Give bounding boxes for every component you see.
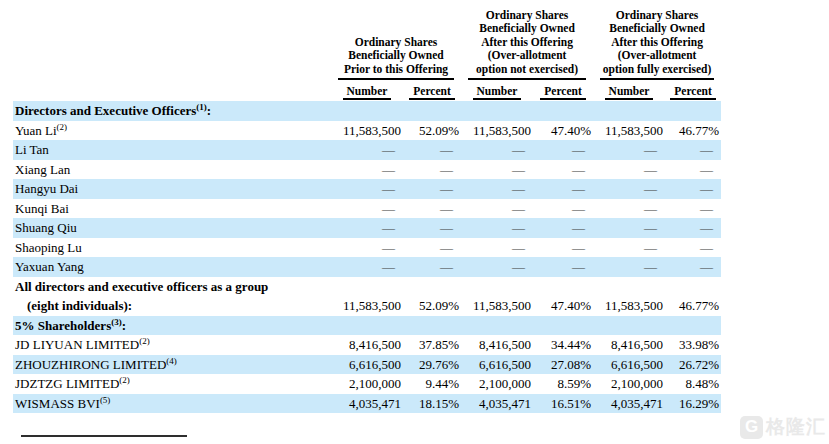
cell-value: — xyxy=(593,218,665,238)
table-row: Kunqi Bai—————— xyxy=(13,199,721,219)
table-row: Yuan Li(2)11,583,50052.09%11,583,50047.4… xyxy=(13,121,721,141)
cell-value: — xyxy=(533,218,593,238)
cell-value: 11,583,500 xyxy=(593,277,665,316)
column-subheader: Percent xyxy=(403,80,461,101)
cell-value: — xyxy=(403,179,461,199)
cell-value: — xyxy=(593,238,665,258)
table-row: ZHOUZHIRONG LIMITED(4)6,616,50029.76%6,6… xyxy=(13,355,721,375)
table-row: Shaoping Lu—————— xyxy=(13,238,721,258)
cell-value: — xyxy=(331,199,403,219)
column-subheader-label: Percent xyxy=(670,85,715,100)
cell-value: 16.51% xyxy=(533,394,593,414)
cell-value: — xyxy=(665,140,721,160)
cell-value: 11,583,500 xyxy=(331,277,403,316)
table-row: WISMASS BVI(5)4,035,47118.15%4,035,47116… xyxy=(13,394,721,414)
cell-value: — xyxy=(331,257,403,277)
cell-value: 6,616,500 xyxy=(461,355,533,375)
row-label: JDZTZG LIMITED(2) xyxy=(13,374,331,394)
column-group-title: Ordinary Shares Beneficially Owned After… xyxy=(600,9,714,81)
row-label: Li Tan xyxy=(13,140,331,160)
table-body: Directors and Executive Officers(1):Yuan… xyxy=(13,101,721,413)
cell-value: 2,100,000 xyxy=(593,374,665,394)
cell-value: — xyxy=(533,257,593,277)
row-label: ZHOUZHIRONG LIMITED(4) xyxy=(13,355,331,375)
cell-value: 4,035,471 xyxy=(461,394,533,414)
column-subheader: Number xyxy=(461,80,533,101)
column-subheader-label: Percent xyxy=(409,85,454,100)
cell-value: — xyxy=(331,218,403,238)
cell-value: — xyxy=(331,179,403,199)
gelonghui-watermark: G 格隆汇 xyxy=(740,414,826,440)
cell-value: 8,416,500 xyxy=(461,335,533,355)
row-label-line: All directors and executive officers as … xyxy=(15,277,331,297)
group-header-row: Ordinary Shares Beneficially Owned Prior… xyxy=(13,2,721,80)
table-row: JD LIYUAN LIMITED(2)8,416,50037.85%8,416… xyxy=(13,335,721,355)
row-label: Shuang Qiu xyxy=(13,218,331,238)
section-label: Directors and Executive Officers(1): xyxy=(13,101,721,121)
table-header: Ordinary Shares Beneficially Owned Prior… xyxy=(13,2,721,101)
table-row: Hangyu Dai—————— xyxy=(13,179,721,199)
column-group-header: Ordinary Shares Beneficially Owned Prior… xyxy=(331,2,461,80)
subheader-row: NumberPercentNumberPercentNumberPercent xyxy=(13,80,721,101)
footnote-reference: (1) xyxy=(196,102,207,112)
footnote-reference: (2) xyxy=(57,121,68,131)
gelonghui-logo-icon: G xyxy=(740,416,763,439)
row-label-line: (eight individuals): xyxy=(15,296,331,316)
cell-value: — xyxy=(461,218,533,238)
cell-value: — xyxy=(403,218,461,238)
cell-value: 52.09% xyxy=(403,121,461,141)
cell-value: 11,583,500 xyxy=(331,121,403,141)
cell-value: — xyxy=(665,238,721,258)
cell-value: — xyxy=(665,160,721,180)
cell-value: — xyxy=(533,238,593,258)
column-subheader-label: Number xyxy=(343,85,392,100)
section-label: 5% Shareholders(3): xyxy=(13,316,721,336)
footnote-reference: (4) xyxy=(166,355,177,365)
table-row: All directors and executive officers as … xyxy=(13,277,721,316)
cell-value: 9.44% xyxy=(403,374,461,394)
cell-value: 6,616,500 xyxy=(331,355,403,375)
cell-value: 16.29% xyxy=(665,394,721,414)
cell-value: — xyxy=(461,199,533,219)
table-row: Li Tan—————— xyxy=(13,140,721,160)
cell-value: — xyxy=(665,179,721,199)
cell-value: 11,583,500 xyxy=(593,121,665,141)
cell-value: 47.40% xyxy=(533,277,593,316)
cell-value: — xyxy=(331,238,403,258)
cell-value: 52.09% xyxy=(403,277,461,316)
column-group-title: Ordinary Shares Beneficially Owned Prior… xyxy=(338,36,454,81)
cell-value: — xyxy=(461,238,533,258)
cell-value: — xyxy=(461,140,533,160)
column-subheader: Number xyxy=(593,80,665,101)
cell-value: — xyxy=(403,238,461,258)
cell-value: — xyxy=(461,257,533,277)
cell-value: 6,616,500 xyxy=(593,355,665,375)
column-group-header: Ordinary Shares Beneficially Owned After… xyxy=(593,2,721,80)
cell-value: 46.77% xyxy=(665,277,721,316)
cell-value: — xyxy=(461,160,533,180)
column-subheader: Number xyxy=(331,80,403,101)
footnote-reference: (2) xyxy=(139,336,150,346)
cell-value: 8,416,500 xyxy=(331,335,403,355)
cell-value: 8,416,500 xyxy=(593,335,665,355)
table-row: JDZTZG LIMITED(2)2,100,0009.44%2,100,000… xyxy=(13,374,721,394)
cell-value: — xyxy=(461,179,533,199)
column-subheader: Percent xyxy=(533,80,593,101)
cell-value: 8.59% xyxy=(533,374,593,394)
cell-value: — xyxy=(665,257,721,277)
column-group-header: Ordinary Shares Beneficially Owned After… xyxy=(461,2,593,80)
cell-value: — xyxy=(403,257,461,277)
cell-value: — xyxy=(331,160,403,180)
row-label: Yuan Li(2) xyxy=(13,121,331,141)
cell-value: — xyxy=(403,199,461,219)
footnote-reference: (2) xyxy=(119,375,130,385)
footnote-reference: (5) xyxy=(100,394,111,404)
footnote-reference: (3) xyxy=(111,316,122,326)
cell-value: — xyxy=(593,160,665,180)
cell-value: 11,583,500 xyxy=(461,277,533,316)
cell-value: 2,100,000 xyxy=(461,374,533,394)
table-row: Directors and Executive Officers(1): xyxy=(13,101,721,121)
gelonghui-brand-text: 格隆汇 xyxy=(766,414,826,440)
ownership-table: Ordinary Shares Beneficially Owned Prior… xyxy=(13,2,721,413)
cell-value: 37.85% xyxy=(403,335,461,355)
